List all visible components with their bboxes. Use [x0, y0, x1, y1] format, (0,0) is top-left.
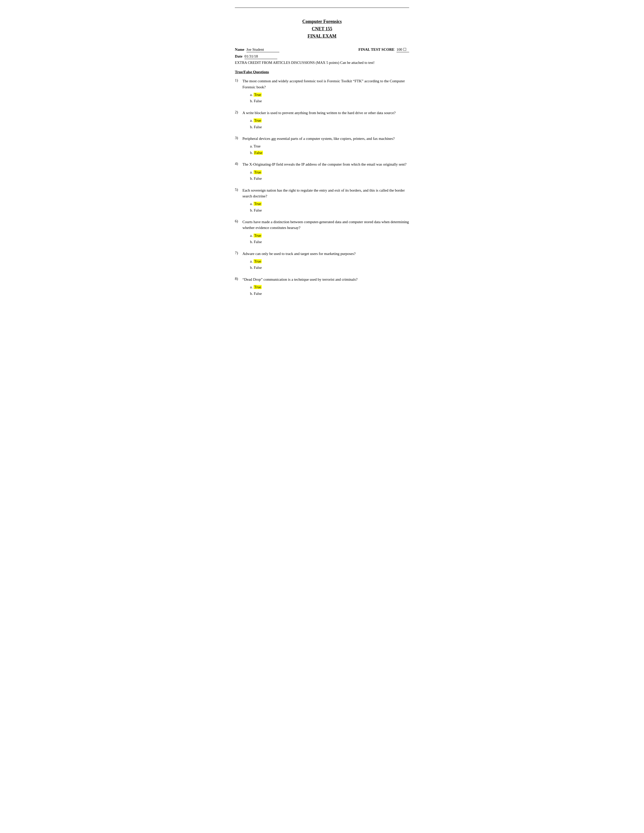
answer-list-1: a. Trueb. False	[242, 92, 409, 105]
page-header: Computer Forensics CNET 155 FINAL EXAM	[235, 18, 409, 40]
question-number-5: 5)	[235, 188, 238, 192]
date-label: Date	[235, 54, 242, 59]
section-title: True/False Questions	[235, 70, 409, 74]
extra-credit-text: EXTRA CREDIT FROM ARTICLES DISCUSSIONS (…	[235, 61, 409, 65]
score-value: 100 ☐	[396, 47, 409, 52]
date-value: 01/31/18	[245, 54, 277, 59]
answer-4-b: b. False	[250, 175, 409, 182]
highlighted-answer-4: True	[254, 170, 262, 174]
questions-list: 1)The most common and widely accepted fo…	[235, 78, 409, 297]
highlighted-answer-6: True	[254, 233, 262, 238]
answer-list-4: a. Trueb. False	[242, 169, 409, 182]
answer-list-6: a. Trueb. False	[242, 233, 409, 245]
answer-3-a: a. True	[250, 143, 409, 150]
question-number-8: 8)	[235, 277, 238, 281]
answer-list-7: a. Trueb. False	[242, 258, 409, 271]
answer-6-a: a. True	[250, 233, 409, 239]
score-label: FINAL TEST SCORE	[358, 47, 394, 52]
answer-7-a: a. True	[250, 258, 409, 265]
highlighted-answer-7: True	[254, 259, 262, 263]
question-item-4: 4)The X-Originating-IP field reveals the…	[235, 162, 409, 182]
question-item-8: 8)“Dead Drop” communication is a techniq…	[235, 277, 409, 297]
question-item-7: 7)Adware can only be used to track and t…	[235, 251, 409, 271]
question-text-6: Courts have made a distinction between c…	[242, 219, 409, 231]
answer-8-b: b. False	[250, 291, 409, 297]
question-text-2: A write blocker is used to prevent anyth…	[242, 110, 409, 116]
highlighted-answer-8: True	[254, 285, 262, 289]
answer-4-a: a. True	[250, 169, 409, 176]
name-label: Name	[235, 47, 245, 52]
question-number-4: 4)	[235, 162, 238, 166]
question-text-3: Peripheral devices are essential parts o…	[242, 136, 409, 142]
answer-2-a: a. True	[250, 117, 409, 124]
answer-1-a: a. True	[250, 92, 409, 98]
question-item-2: 2)A write blocker is used to prevent any…	[235, 110, 409, 130]
question-text-7: Adware can only be used to track and tar…	[242, 251, 409, 257]
question-number-1: 1)	[235, 78, 238, 82]
question-item-1: 1)The most common and widely accepted fo…	[235, 78, 409, 105]
top-divider	[235, 8, 409, 8]
answer-5-a: a. True	[250, 201, 409, 207]
answer-list-2: a. Trueb. False	[242, 117, 409, 130]
answer-list-5: a. Trueb. False	[242, 201, 409, 214]
answer-2-b: b. False	[250, 124, 409, 130]
title-line1: Computer Forensics	[235, 18, 409, 25]
answer-7-b: b. False	[250, 265, 409, 271]
answer-8-a: a. True	[250, 284, 409, 291]
meta-section: Name Joe Student FINAL TEST SCORE 100 ☐ …	[235, 47, 409, 65]
question-text-1: The most common and widely accepted fore…	[242, 78, 409, 90]
highlighted-answer-3: False	[254, 151, 263, 155]
name-value: Joe Student	[246, 47, 279, 52]
question-number-7: 7)	[235, 251, 238, 255]
answer-5-b: b. False	[250, 207, 409, 214]
question-number-6: 6)	[235, 219, 238, 224]
answer-1-b: b. False	[250, 98, 409, 105]
highlighted-answer-2: True	[254, 118, 262, 122]
question-item-5: 5)Each sovereign nation has the right to…	[235, 188, 409, 214]
question-item-3: 3)Peripheral devices are essential parts…	[235, 136, 409, 156]
answer-3-b: b. False	[250, 150, 409, 156]
question-text-4: The X-Originating-IP field reveals the I…	[242, 162, 409, 167]
question-text-5: Each sovereign nation has the right to r…	[242, 188, 409, 199]
highlighted-answer-5: True	[254, 202, 262, 206]
highlighted-answer-1: True	[254, 93, 262, 96]
question-item-6: 6)Courts have made a distinction between…	[235, 219, 409, 245]
question-number-2: 2)	[235, 110, 238, 114]
title-line3: FINAL EXAM	[235, 32, 409, 40]
question-text-8: “Dead Drop” communication is a technique…	[242, 277, 409, 283]
question-number-3: 3)	[235, 136, 238, 140]
answer-list-8: a. Trueb. False	[242, 284, 409, 297]
answer-6-b: b. False	[250, 239, 409, 245]
title-line2: CNET 155	[235, 25, 409, 32]
answer-list-3: a. Trueb. False	[242, 143, 409, 156]
